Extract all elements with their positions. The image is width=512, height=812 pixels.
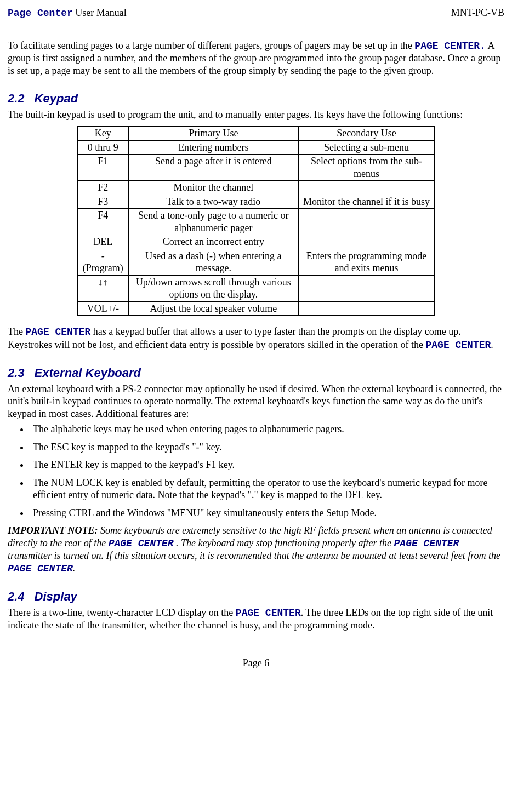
note-text: . The keyboard may stop functioning prop…	[173, 537, 394, 548]
text: There is a two-line, twenty-character LC…	[8, 607, 236, 618]
cell: Adjust the local speaker volume	[128, 301, 298, 316]
section-2-4-title: Display	[35, 590, 77, 603]
section-2-2-heading: 2.2Keypad	[8, 91, 504, 106]
table-row: F3Talk to a two-way radioMonitor the cha…	[77, 195, 434, 209]
section-2-3-title: External Keyboard	[35, 366, 141, 380]
important-note: IMPORTANT NOTE: Some keyboards are extre…	[8, 524, 504, 575]
note-text: .	[73, 563, 76, 574]
cell: Select options from the sub-menus	[298, 155, 434, 181]
list-item: The ENTER key is mapped to the keypad's …	[30, 459, 504, 471]
cell: Monitor the channel	[128, 181, 298, 195]
cell: VOL+/-	[77, 301, 128, 316]
doc-title: User Manual	[73, 7, 127, 18]
header-left: Page Center User Manual	[8, 7, 127, 20]
table-row: F4Send a tone-only page to a numeric or …	[77, 209, 434, 235]
table-row: VOL+/-Adjust the local speaker volume	[77, 301, 434, 316]
product-name: PAGE CENTER	[109, 538, 174, 549]
keypad-table: Key Primary Use Secondary Use 0 thru 9En…	[77, 126, 435, 316]
list-item: The NUM LOCK key is enabled by default, …	[30, 477, 504, 501]
cell: DEL	[77, 235, 128, 249]
page-header: Page Center User Manual MNT-PC-VB	[8, 7, 504, 20]
cell: - (Program)	[77, 249, 128, 275]
cell	[298, 209, 434, 235]
table-row: - (Program)Used as a dash (-) when enter…	[77, 249, 434, 275]
table-row: F1Send a page after it is enteredSelect …	[77, 155, 434, 181]
table-row: F2Monitor the channel	[77, 181, 434, 195]
intro-product: PAGE CENTER.	[414, 41, 486, 52]
product-name: PAGE CENTER	[394, 538, 459, 549]
cell: F1	[77, 155, 128, 181]
product-name: Page Center	[8, 8, 73, 19]
section-2-3-num: 2.3	[8, 366, 25, 380]
cell	[298, 275, 434, 301]
note-text: transmitter is turned on. If this situat…	[8, 550, 500, 561]
cell: Selecting a sub-menu	[298, 140, 434, 155]
list-item: The ESC key is mapped to the keypad's "-…	[30, 441, 504, 454]
cell: Entering numbers	[128, 140, 298, 155]
cell: 0 thru 9	[77, 140, 128, 155]
section-2-2-after: The PAGE CENTER has a keypad buffer that…	[8, 325, 504, 351]
cell: F4	[77, 209, 128, 235]
header-code: MNT-PC-VB	[451, 7, 504, 20]
col-key: Key	[77, 127, 128, 141]
intro-text-1: To facilitate sending pages to a large n…	[8, 40, 414, 51]
section-2-3-lead: An external keyboard with a PS-2 connect…	[8, 383, 504, 420]
cell: Up/down arrows scroll through various op…	[128, 275, 298, 301]
section-2-4-heading: 2.4Display	[8, 589, 504, 604]
section-2-2-lead: The built-in keypad is used to program t…	[8, 108, 504, 121]
product-name: PAGE CENTER	[426, 340, 491, 351]
text: .	[491, 339, 493, 350]
table-row: DELCorrect an incorrect entry	[77, 235, 434, 249]
cell: F2	[77, 181, 128, 195]
section-2-3-heading: 2.3External Keyboard	[8, 365, 504, 381]
table-row: ↓↑Up/down arrows scroll through various …	[77, 275, 434, 301]
cell: Enters the programming mode and exits me…	[298, 249, 434, 275]
product-name: PAGE CENTER	[8, 563, 73, 574]
list-item: The alphabetic keys may be used when ent…	[30, 423, 504, 436]
cell: Talk to a two-way radio	[128, 195, 298, 209]
page-footer: Page 6	[8, 657, 504, 670]
cell: Correct an incorrect entry	[128, 235, 298, 249]
product-name: PAGE CENTER	[25, 327, 90, 338]
cell: F3	[77, 195, 128, 209]
cell: Monitor the channel if it is busy	[298, 195, 434, 209]
cell	[298, 301, 434, 316]
product-name: PAGE CENTER	[236, 608, 301, 619]
cell: Used as a dash (-) when entering a messa…	[128, 249, 298, 275]
cell: Send a tone-only page to a numeric or al…	[128, 209, 298, 235]
cell: ↓↑	[77, 275, 128, 301]
cell	[298, 235, 434, 249]
intro-paragraph: To facilitate sending pages to a large n…	[8, 39, 504, 77]
col-secondary: Secondary Use	[298, 127, 434, 141]
table-header-row: Key Primary Use Secondary Use	[77, 127, 434, 141]
external-keyboard-list: The alphabetic keys may be used when ent…	[8, 423, 504, 519]
col-primary: Primary Use	[128, 127, 298, 141]
text: The	[8, 326, 25, 337]
section-2-2-title: Keypad	[35, 92, 78, 105]
table-row: 0 thru 9Entering numbersSelecting a sub-…	[77, 140, 434, 155]
section-2-4-body: There is a two-line, twenty-character LC…	[8, 607, 504, 632]
section-2-4-num: 2.4	[8, 590, 25, 603]
list-item: Pressing CTRL and the Windows "MENU" key…	[30, 507, 504, 519]
note-lead: IMPORTANT NOTE:	[8, 525, 98, 536]
cell: Send a page after it is entered	[128, 155, 298, 181]
cell	[298, 181, 434, 195]
section-2-2-num: 2.2	[8, 92, 25, 105]
